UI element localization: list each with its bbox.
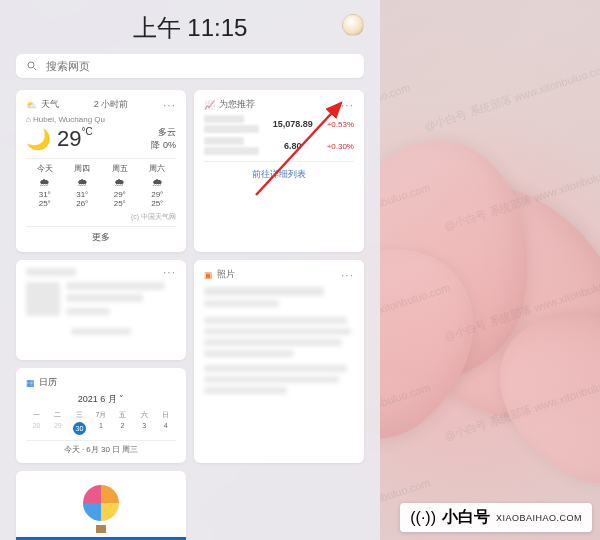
clock: 上午 11:15: [16, 12, 364, 44]
calendar-title: 日历: [39, 376, 57, 389]
photos-widget[interactable]: ▣ 照片 ···: [194, 260, 364, 463]
stock-row[interactable]: 15,078.89 +0.53%: [204, 115, 354, 133]
stock-change: +0.53%: [327, 120, 354, 129]
weather-update-time: 2 小时前: [94, 98, 129, 111]
trend-icon: 📈: [204, 100, 215, 110]
photos-title: 照片: [217, 268, 235, 281]
recommend-more-menu[interactable]: ···: [341, 101, 354, 109]
weather-location: Hubei, Wuchang Qu: [33, 115, 105, 124]
panel-header: 上午 11:15: [16, 12, 364, 44]
tips-widget[interactable]: 跳转到顶部: [16, 471, 186, 540]
location-icon: ⌂: [26, 115, 31, 124]
brand-cn: 小白号: [442, 507, 490, 528]
search-icon: [26, 60, 38, 72]
calendar-today-label: 今天 · 6月 30 日 周三: [26, 440, 176, 455]
weather-source: (c) 中国天气网: [26, 212, 176, 222]
photos-more-menu[interactable]: ···: [341, 271, 354, 279]
weather-temp: 29°C: [57, 126, 93, 152]
search-bar[interactable]: [16, 54, 364, 78]
weather-more-link[interactable]: 更多: [26, 226, 176, 244]
branding-badge: ((·)) 小白号 XIAOBAIHAO.COM: [400, 503, 592, 532]
brand-en: XIAOBAIHAO.COM: [496, 513, 582, 523]
widgets-panel: 上午 11:15 ⛅ 天气 2 小时前 ··· ⌂ Hubei, Wuchang…: [0, 0, 380, 540]
weather-widget[interactable]: ⛅ 天气 2 小时前 ··· ⌂ Hubei, Wuchang Qu 🌙 29°…: [16, 90, 186, 252]
news-widget[interactable]: ···: [16, 260, 186, 360]
recommend-detail-link[interactable]: 前往详细列表: [204, 161, 354, 181]
recommend-title: 为您推荐: [219, 98, 255, 111]
stock-value: 6.80: [284, 141, 302, 151]
user-avatar[interactable]: [342, 14, 364, 36]
stock-change: +0.30%: [327, 142, 354, 151]
svg-point-0: [28, 62, 34, 68]
photos-icon: ▣: [204, 270, 213, 280]
recommend-widget[interactable]: 📈 为您推荐 ··· 15,078.89 +0.53% 6.80 +0.30% …: [194, 90, 364, 252]
calendar-grid: 一二三7月五六日 2829301234: [26, 410, 176, 436]
calendar-month: 2021 6 月: [78, 394, 117, 404]
weather-condition: 多云: [151, 126, 176, 139]
balloon-illustration: [83, 485, 119, 529]
forecast-day[interactable]: 今天🌧31°25°: [26, 163, 64, 208]
forecast-day[interactable]: 周六🌧29°25°: [139, 163, 177, 208]
calendar-today[interactable]: 30: [73, 422, 86, 435]
svg-line-1: [34, 68, 37, 71]
news-more-menu[interactable]: ···: [163, 268, 176, 276]
calendar-widget[interactable]: ▦ 日历 2021 6 月 ˅ 一二三7月五六日 2829301234 今天 ·…: [16, 368, 186, 463]
weather-title: 天气: [41, 98, 59, 111]
chevron-down-icon[interactable]: ˅: [119, 394, 124, 404]
weather-glyph-icon: ⛅: [26, 100, 37, 110]
calendar-icon: ▦: [26, 378, 35, 388]
stock-row[interactable]: 6.80 +0.30%: [204, 137, 354, 155]
weather-feels: 降 0%: [151, 139, 176, 152]
broadcast-icon: ((·)): [410, 509, 436, 527]
weather-more-menu[interactable]: ···: [163, 101, 176, 109]
weather-condition-icon: 🌙: [26, 127, 51, 151]
search-input[interactable]: [46, 60, 354, 72]
forecast-day[interactable]: 周五🌧29°25°: [101, 163, 139, 208]
forecast-row: 今天🌧31°25° 周四🌧31°26° 周五🌧29°25° 周六🌧29°25°: [26, 158, 176, 208]
forecast-day[interactable]: 周四🌧31°26°: [64, 163, 102, 208]
stock-value: 15,078.89: [273, 119, 313, 129]
